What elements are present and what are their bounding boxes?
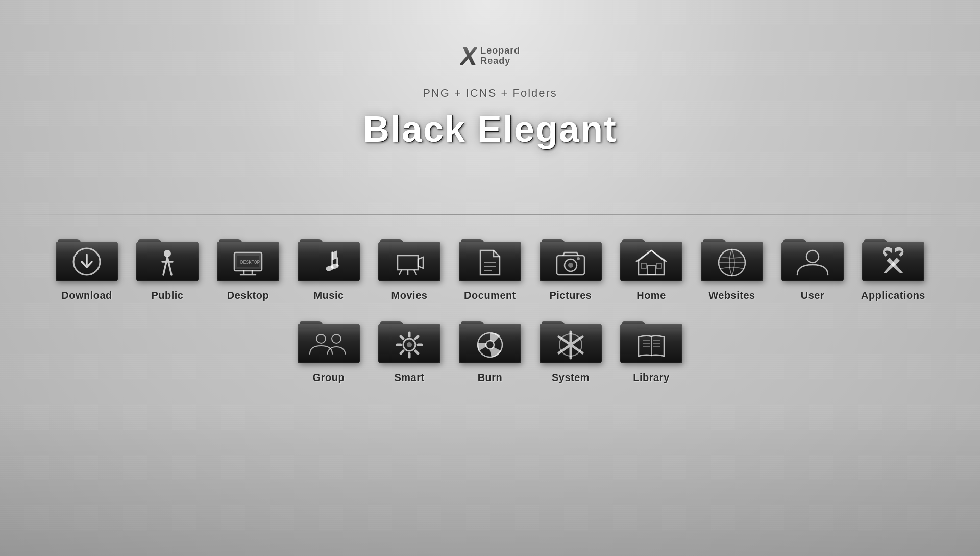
svg-line-35 — [415, 336, 418, 339]
folder-group[interactable]: Group — [288, 312, 369, 384]
svg-line-31 — [401, 351, 403, 353]
pictures-label: Pictures — [550, 290, 592, 301]
logo-area: X Leopard Ready — [0, 41, 980, 71]
svg-point-17 — [577, 257, 580, 260]
movies-folder-icon — [376, 230, 443, 286]
desktop-folder-icon: DESKTOP — [215, 230, 281, 286]
icons-row-2: Group — [15, 312, 965, 384]
user-folder-icon — [779, 230, 846, 286]
desktop-label: Desktop — [227, 290, 269, 301]
folder-music[interactable]: Music — [288, 230, 369, 301]
header-section: X Leopard Ready PNG + ICNS + Folders Bla… — [0, 0, 980, 150]
smart-label: Smart — [394, 372, 424, 384]
logo-x: X — [460, 41, 478, 71]
folder-document[interactable]: Document — [450, 230, 530, 301]
subtitle: PNG + ICNS + Folders — [0, 87, 980, 100]
folder-library[interactable]: Library — [611, 312, 692, 384]
svg-point-16 — [568, 263, 573, 268]
download-label: Download — [61, 290, 112, 301]
home-label: Home — [636, 290, 666, 301]
folder-system[interactable]: System — [530, 312, 611, 384]
user-label: User — [801, 290, 824, 301]
group-folder-icon — [296, 312, 362, 368]
icons-row-1: Download — [15, 230, 965, 301]
folder-burn[interactable]: Burn — [450, 312, 530, 384]
library-folder-icon — [618, 312, 684, 368]
pictures-folder-icon — [537, 230, 604, 286]
system-folder-icon — [537, 312, 604, 368]
applications-label: Applications — [861, 290, 925, 301]
folder-download[interactable]: Download — [46, 230, 127, 301]
movies-label: Movies — [391, 290, 428, 301]
public-folder-icon — [134, 230, 201, 286]
folder-pictures[interactable]: Pictures — [530, 230, 611, 301]
download-folder-icon — [54, 230, 120, 286]
document-label: Document — [464, 290, 516, 301]
folder-smart[interactable]: Smart — [369, 312, 450, 384]
music-label: Music — [313, 290, 344, 301]
document-folder-icon — [457, 230, 523, 286]
burn-folder-icon — [457, 312, 523, 368]
divider — [0, 214, 980, 215]
logo-line1: Leopard — [480, 46, 520, 56]
logo-text: Leopard Ready — [480, 46, 520, 66]
folder-applications[interactable]: Applications — [853, 230, 934, 301]
public-label: Public — [151, 290, 183, 301]
svg-line-33 — [401, 336, 403, 339]
svg-text:DESKTOP: DESKTOP — [240, 260, 260, 265]
icons-section: Download — [0, 219, 980, 394]
logo-line2: Ready — [480, 56, 510, 66]
websites-label: Websites — [708, 290, 755, 301]
folder-home[interactable]: Home — [611, 230, 692, 301]
home-folder-icon — [618, 230, 684, 286]
library-label: Library — [633, 372, 669, 384]
folder-movies[interactable]: Movies — [369, 230, 450, 301]
svg-point-1 — [164, 250, 171, 257]
smart-folder-icon — [376, 312, 443, 368]
music-folder-icon — [296, 230, 362, 286]
group-label: Group — [313, 372, 345, 384]
burn-label: Burn — [478, 372, 503, 384]
applications-folder-icon — [860, 230, 926, 286]
websites-folder-icon — [699, 230, 765, 286]
svg-point-27 — [407, 342, 412, 347]
svg-line-29 — [415, 351, 418, 353]
folder-user[interactable]: User — [772, 230, 853, 301]
folder-websites[interactable]: Websites — [692, 230, 772, 301]
main-title: Black Elegant — [0, 108, 980, 150]
folder-desktop[interactable]: DESKTOP Desktop — [208, 230, 288, 301]
folder-public[interactable]: Public — [127, 230, 208, 301]
system-label: System — [552, 372, 590, 384]
